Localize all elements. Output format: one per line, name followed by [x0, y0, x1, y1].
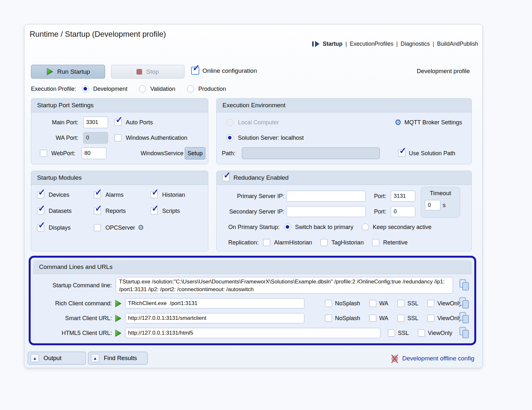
- timeout-box: Timeout s: [421, 187, 460, 218]
- html5-viewonly-label: ViewOnly: [428, 330, 452, 337]
- smart-client-input[interactable]: [125, 313, 304, 323]
- webport-checkbox[interactable]: ✓: [40, 150, 47, 157]
- secondary-port-input[interactable]: [391, 206, 415, 217]
- radio-switch-back-primary[interactable]: [284, 224, 291, 231]
- replication-retentive-label: Retentive: [383, 239, 408, 246]
- html5-client-flags: ✓SSL ✓ViewOnly: [388, 329, 452, 337]
- redundancy-header: ✓ Redudancy Enabled: [217, 171, 471, 185]
- opcserver-gear-icon[interactable]: ⚙: [138, 224, 144, 231]
- smart-ssl-checkbox[interactable]: ✓: [397, 315, 404, 322]
- primary-port-input[interactable]: [391, 191, 415, 202]
- module-opcserver-checkbox[interactable]: ✓: [94, 224, 101, 231]
- offline-config-status[interactable]: Development offline config: [390, 354, 474, 363]
- smart-viewonly-checkbox[interactable]: ✓: [427, 315, 434, 322]
- rich-client-play-icon[interactable]: [114, 300, 122, 307]
- nav-separator: |: [345, 41, 347, 47]
- module-datasets-checkbox[interactable]: ✓: [37, 207, 44, 215]
- output-panel-button[interactable]: ▲ Output: [28, 352, 86, 365]
- execution-environment-panel: Execution Environment Local Computer ⚙ M…: [216, 98, 472, 164]
- windows-auth-checkbox[interactable]: ✓: [114, 134, 122, 141]
- webport-input[interactable]: [82, 148, 106, 159]
- modules-row-1: ✓ Devices ✓ Alarms ✓ Historian: [31, 188, 208, 201]
- rich-ssl-label: SSL: [407, 300, 418, 307]
- smart-client-label: Smart Client URL:: [33, 315, 112, 322]
- startup-modules-title: Startup Modules: [31, 171, 208, 185]
- mqtt-broker-settings[interactable]: ⚙ MQTT Broker Settings: [395, 119, 462, 126]
- path-input[interactable]: [242, 148, 380, 159]
- html5-client-input[interactable]: [125, 328, 380, 338]
- rich-nosplash-checkbox[interactable]: ✓: [325, 300, 332, 307]
- rich-viewonly-flag: ✓ViewOnly: [427, 300, 462, 307]
- nav-startup[interactable]: Startup: [323, 41, 342, 47]
- smart-client-play-icon[interactable]: [114, 315, 122, 322]
- run-startup-label: Run Startup: [57, 68, 90, 75]
- html5-ssl-checkbox[interactable]: ✓: [388, 329, 395, 337]
- rich-viewonly-checkbox[interactable]: ✓: [427, 300, 434, 307]
- main-port-input[interactable]: [83, 117, 108, 128]
- stop-button[interactable]: Stop: [111, 65, 184, 79]
- local-computer-row: Local Computer ⚙ MQTT Broker Settings: [217, 116, 471, 129]
- rich-viewonly-label: ViewOnly: [437, 300, 462, 307]
- execution-profile-label: Execution Profile:: [31, 86, 76, 92]
- nav-diagnostics[interactable]: Diagnostics: [401, 41, 430, 47]
- module-devices-checkbox[interactable]: ✓: [37, 191, 44, 198]
- radio-production-label: Production: [198, 86, 226, 92]
- page-title: Runtime / Startup (Development profile): [30, 30, 166, 39]
- nav-executionprofiles[interactable]: ExecutionProfiles: [350, 41, 393, 47]
- auto-ports-checkbox[interactable]: ✓: [114, 119, 122, 126]
- redundancy-enabled-checkbox[interactable]: ✓: [222, 174, 230, 181]
- offline-config-label: Development offline config: [402, 355, 474, 362]
- replication-alarmhistorian-checkbox[interactable]: ✓: [263, 239, 270, 246]
- html5-ssl-label: SSL: [398, 330, 409, 337]
- find-results-panel-button[interactable]: ▲ Find Results: [88, 352, 148, 365]
- smart-nosplash-checkbox[interactable]: ✓: [325, 315, 332, 322]
- html5-client-play-icon[interactable]: [114, 329, 122, 337]
- rich-client-row: Rich Client command: ✓NoSplash ✓WA ✓SSL …: [33, 297, 472, 310]
- wa-port-input[interactable]: [83, 132, 108, 144]
- rich-wa-checkbox[interactable]: ✓: [369, 300, 376, 307]
- main-port-row: Main Port: ✓ Auto Ports: [31, 116, 208, 129]
- smart-nosplash-label: NoSplash: [335, 315, 360, 322]
- replication-taghistorian-checkbox[interactable]: ✓: [320, 239, 328, 246]
- timeout-input[interactable]: [425, 200, 440, 210]
- rich-ssl-checkbox[interactable]: ✓: [397, 300, 404, 307]
- module-reports-checkbox[interactable]: ✓: [94, 207, 101, 215]
- module-alarms-checkbox[interactable]: ✓: [94, 191, 101, 198]
- stop-square-icon: [136, 69, 142, 75]
- smart-client-row: Smart Client URL: ✓NoSplash ✓WA ✓SSL ✓Vi…: [33, 312, 472, 325]
- radio-solution-server[interactable]: [226, 134, 233, 141]
- startup-command-input[interactable]: TStartup.exe /solution:"C:\Users\User\Do…: [116, 277, 453, 294]
- rich-nosplash-label: NoSplash: [335, 300, 360, 307]
- rich-client-input[interactable]: [125, 298, 304, 309]
- startup-port-settings-title: Startup Port Settings: [31, 99, 208, 112]
- copy-html5-client-icon[interactable]: [459, 327, 470, 340]
- primary-server-ip-input[interactable]: [286, 191, 366, 202]
- run-play-icon: [46, 68, 54, 75]
- replication-label: Replication:: [228, 239, 259, 246]
- replication-taghistorian-label: TagHistorian: [331, 239, 364, 246]
- radio-development[interactable]: [82, 85, 89, 92]
- section-play-icon: [312, 41, 320, 47]
- html5-viewonly-checkbox[interactable]: ✓: [418, 329, 425, 337]
- online-configuration-checkbox[interactable]: ✓: [191, 67, 199, 75]
- smart-wa-checkbox[interactable]: ✓: [369, 315, 376, 322]
- copy-rich-client-icon[interactable]: [459, 297, 470, 310]
- nav-buildandpublish[interactable]: BuildAndPublish: [437, 41, 478, 47]
- radio-keep-secondary[interactable]: [362, 224, 369, 231]
- radio-production[interactable]: [187, 85, 194, 92]
- run-startup-button[interactable]: Run Startup: [31, 65, 105, 79]
- copy-startup-command-icon[interactable]: [459, 279, 470, 292]
- radio-local-computer[interactable]: [226, 119, 233, 126]
- use-solution-path-checkbox[interactable]: ✓: [398, 150, 405, 157]
- secondary-port-label: Port:: [374, 208, 386, 215]
- secondary-server-ip-input[interactable]: [286, 206, 366, 217]
- module-scripts-checkbox[interactable]: ✓: [151, 207, 158, 215]
- module-historian-checkbox[interactable]: ✓: [151, 191, 158, 198]
- radio-validation[interactable]: [139, 85, 146, 92]
- windows-service-setup-button[interactable]: Setup: [185, 147, 205, 159]
- smart-wa-flag: ✓WA: [369, 315, 388, 322]
- keep-secondary-label: Keep secondary active: [373, 224, 431, 231]
- module-displays-checkbox[interactable]: ✓: [37, 224, 44, 231]
- copy-smart-client-icon[interactable]: [459, 312, 470, 325]
- replication-retentive-checkbox[interactable]: ✓: [372, 239, 379, 246]
